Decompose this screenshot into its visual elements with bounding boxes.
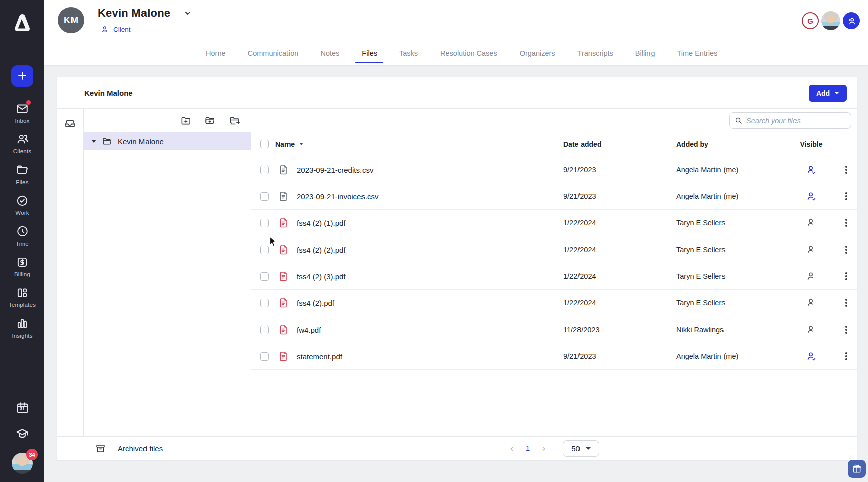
tab-time-entries[interactable]: Time Entries bbox=[675, 49, 719, 65]
file-type-icon bbox=[278, 218, 294, 228]
global-add-button[interactable] bbox=[11, 65, 33, 87]
file-name[interactable]: fw4.pdf bbox=[294, 326, 563, 334]
inbox-rail bbox=[57, 109, 84, 436]
whats-new-gift-button[interactable] bbox=[848, 460, 866, 478]
row-checkbox[interactable] bbox=[260, 219, 269, 227]
sidebar-item-label: Time bbox=[16, 240, 29, 247]
table-row[interactable]: fss4 (2) (2).pdf 1/22/2024 Taryn E Selle… bbox=[251, 236, 857, 263]
table-row[interactable]: fw4.pdf 11/28/2023 Nikki Rawlings bbox=[251, 316, 857, 343]
archived-files-link[interactable]: Archived files bbox=[57, 436, 251, 460]
row-menu-kebab-icon[interactable] bbox=[842, 270, 850, 282]
tree-item-client-folder[interactable]: Kevin Malone bbox=[84, 132, 251, 150]
row-checkbox[interactable] bbox=[260, 352, 269, 361]
row-menu-kebab-icon[interactable] bbox=[842, 244, 850, 256]
visibility-person-icon[interactable] bbox=[806, 324, 817, 335]
row-menu-kebab-icon[interactable] bbox=[842, 297, 850, 309]
file-type-icon bbox=[278, 351, 294, 361]
tab-resolution-cases[interactable]: Resolution Cases bbox=[439, 49, 499, 65]
tab-billing[interactable]: Billing bbox=[634, 49, 657, 65]
sidebar-item-insights[interactable]: Insights bbox=[12, 316, 32, 339]
client-menu-chevron-icon[interactable] bbox=[184, 10, 191, 17]
visibility-person-icon[interactable] bbox=[806, 164, 817, 175]
billing-dollar-icon bbox=[16, 255, 29, 269]
table-row[interactable]: fss4 (2) (3).pdf 1/22/2024 Taryn E Selle… bbox=[251, 263, 857, 290]
team-badge[interactable]: G bbox=[802, 12, 819, 29]
file-name[interactable]: fss4 (2).pdf bbox=[294, 299, 563, 307]
row-menu-kebab-icon[interactable] bbox=[842, 350, 850, 362]
client-type-link[interactable]: Client bbox=[101, 25, 131, 33]
sidebar-item-inbox[interactable]: Inbox bbox=[15, 102, 29, 124]
tab-transcripts[interactable]: Transcripts bbox=[576, 49, 615, 65]
row-menu-kebab-icon[interactable] bbox=[842, 324, 850, 336]
templates-layout-icon bbox=[16, 286, 29, 299]
table-row[interactable]: 2023-09-21-invoices.csv 9/21/2023 Angela… bbox=[251, 183, 857, 210]
sidebar-item-label: Clients bbox=[13, 148, 32, 154]
file-name[interactable]: 2023-09-21-invoices.csv bbox=[294, 192, 563, 201]
visibility-person-icon[interactable] bbox=[806, 191, 817, 202]
file-name[interactable]: fss4 (2) (1).pdf bbox=[294, 219, 563, 227]
add-folder-icon[interactable] bbox=[180, 115, 192, 126]
file-date-added: 9/21/2023 bbox=[563, 352, 676, 360]
column-header-name[interactable]: Name bbox=[275, 140, 563, 148]
row-checkbox[interactable] bbox=[260, 192, 269, 201]
tab-communication[interactable]: Communication bbox=[246, 49, 300, 65]
file-date-added: 1/22/2024 bbox=[563, 219, 676, 227]
file-name[interactable]: fss4 (2) (3).pdf bbox=[294, 272, 563, 281]
training-graduation-icon[interactable] bbox=[15, 427, 29, 441]
visibility-person-icon[interactable] bbox=[806, 244, 817, 255]
file-date-added: 9/21/2023 bbox=[563, 192, 676, 200]
sidebar-item-time[interactable]: Time bbox=[16, 224, 29, 247]
next-page-icon[interactable]: › bbox=[542, 443, 546, 453]
tab-files[interactable]: Files bbox=[360, 49, 379, 65]
sidebar-bottom: 31 34 bbox=[12, 401, 33, 482]
card-header: Kevin Malone Add bbox=[57, 77, 857, 109]
add-file-button[interactable]: Add bbox=[809, 85, 847, 102]
row-checkbox[interactable] bbox=[260, 272, 269, 281]
visibility-person-icon[interactable] bbox=[806, 351, 817, 362]
tab-notes[interactable]: Notes bbox=[319, 49, 341, 65]
add-person-button[interactable] bbox=[843, 12, 860, 29]
user-avatar[interactable]: 34 bbox=[12, 453, 33, 474]
table-row[interactable]: 2023-09-21-credits.csv 9/21/2023 Angela … bbox=[251, 156, 857, 183]
sidebar-item-clients[interactable]: Clients bbox=[13, 132, 32, 154]
sidebar-item-billing[interactable]: Billing bbox=[14, 255, 30, 277]
tree-toolbar bbox=[84, 109, 251, 132]
sidebar-item-files[interactable]: Files bbox=[16, 163, 29, 185]
sidebar-nav: Inbox Clients Files Work Time bbox=[9, 102, 36, 339]
table-row[interactable]: fss4 (2) (1).pdf 1/22/2024 Taryn E Selle… bbox=[251, 210, 857, 236]
visibility-person-icon[interactable] bbox=[806, 217, 817, 228]
file-added-by: Angela Martin (me) bbox=[676, 352, 787, 360]
row-checkbox[interactable] bbox=[260, 166, 269, 174]
sidebar-item-work[interactable]: Work bbox=[15, 194, 29, 216]
select-all-checkbox[interactable] bbox=[260, 140, 269, 148]
row-checkbox[interactable] bbox=[260, 246, 269, 254]
file-inbox-tray-icon[interactable] bbox=[64, 117, 76, 436]
visibility-person-icon[interactable] bbox=[806, 271, 817, 282]
row-checkbox[interactable] bbox=[260, 326, 269, 334]
table-row[interactable]: statement.pdf 9/21/2023 Angela Martin (m… bbox=[251, 343, 857, 370]
row-menu-kebab-icon[interactable] bbox=[842, 190, 850, 202]
files-folder-icon bbox=[16, 163, 29, 177]
current-page-number[interactable]: 1 bbox=[526, 444, 530, 452]
search-input[interactable] bbox=[746, 117, 846, 125]
page-size-select[interactable]: 50 bbox=[563, 440, 599, 457]
file-name[interactable]: 2023-09-21-credits.csv bbox=[294, 166, 563, 174]
table-row[interactable]: fss4 (2).pdf 1/22/2024 Taryn E Sellers bbox=[251, 290, 857, 316]
visibility-person-icon[interactable] bbox=[806, 297, 817, 308]
row-checkbox[interactable] bbox=[260, 299, 269, 307]
tab-tasks[interactable]: Tasks bbox=[398, 49, 419, 65]
calendar-icon[interactable]: 31 bbox=[16, 401, 29, 415]
sidebar-item-templates[interactable]: Templates bbox=[9, 286, 36, 308]
tab-organizers[interactable]: Organizers bbox=[518, 49, 557, 65]
add-subfolder-icon[interactable] bbox=[204, 115, 216, 126]
prev-page-icon[interactable]: ‹ bbox=[510, 443, 514, 453]
row-menu-kebab-icon[interactable] bbox=[842, 164, 850, 176]
gift-icon bbox=[852, 464, 862, 474]
tree-expand-caret-icon[interactable] bbox=[91, 140, 96, 143]
profile-avatar[interactable] bbox=[821, 11, 840, 30]
tab-home[interactable]: Home bbox=[204, 49, 227, 65]
file-name[interactable]: statement.pdf bbox=[294, 352, 563, 361]
row-menu-kebab-icon[interactable] bbox=[842, 217, 850, 229]
file-name[interactable]: fss4 (2) (2).pdf bbox=[294, 246, 563, 254]
move-folder-icon[interactable] bbox=[229, 115, 241, 127]
